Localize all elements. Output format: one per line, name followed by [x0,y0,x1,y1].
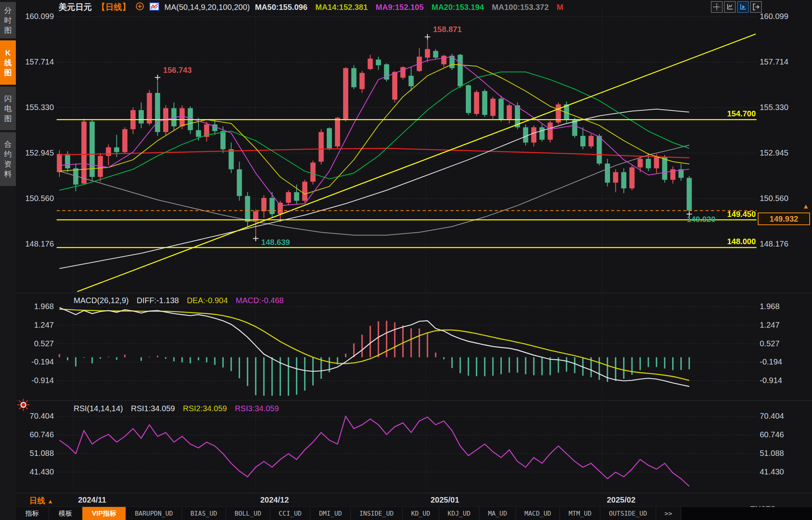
candle-body[interactable] [229,149,234,169]
candle-body[interactable] [81,121,86,184]
candle-body[interactable] [646,159,651,168]
candle-body[interactable] [523,127,528,143]
candle-body[interactable] [139,110,144,123]
candle-body[interactable] [457,55,463,86]
price-chart-canvas[interactable] [0,0,812,520]
toolbar-button-macd_ud[interactable]: MACD_UD [516,507,560,520]
candle-body[interactable] [400,67,406,78]
candle-body[interactable] [196,130,201,137]
toolbar-button-[interactable]: 模板 [49,507,82,520]
candle-body[interactable] [654,157,659,168]
candle-body[interactable] [466,85,471,113]
alert-record-icon[interactable] [17,398,30,413]
toolbar-button->>[interactable]: >> [656,507,681,520]
candle-body[interactable] [408,76,414,86]
candle-body[interactable] [548,123,553,140]
candle-body[interactable] [597,136,602,163]
toolbar-button-kd_ud[interactable]: KD_UD [403,507,439,520]
candle-body[interactable] [155,93,160,132]
macd-diff-line [59,307,689,386]
candle-body[interactable] [114,147,119,152]
candle-body[interactable] [580,136,585,146]
toolbar-button-barupdn_ud[interactable]: BARUPDN_UD [126,507,182,520]
x-axis-date-label: 2024/11 [78,495,106,505]
candle-body[interactable] [539,127,545,140]
candle-body[interactable] [687,178,692,211]
candle-body[interactable] [392,72,397,100]
mini-chart-icon[interactable] [149,2,159,12]
candle-body[interactable] [376,59,381,65]
candle-body[interactable] [221,131,226,149]
auto-scroll-icon[interactable] [737,1,749,13]
candle-body[interactable] [57,154,62,172]
candle-body[interactable] [278,203,283,214]
candle-body[interactable] [65,154,70,168]
toolbar-button-dmi_ud[interactable]: DMI_UD [311,507,351,520]
toolbar-button-kdj_ud[interactable]: KDJ_UD [439,507,480,520]
sidebar-tab-3[interactable]: 闪电图 [0,87,16,130]
candle-body[interactable] [629,167,635,188]
toolbar-button-[interactable]: 指标 [16,507,49,520]
candle-body[interactable] [106,147,111,156]
last-price-badge: 149.932 [758,213,810,225]
add-indicator-icon[interactable] [135,2,144,12]
candle-body[interactable] [286,192,291,203]
dropdown-arrow-icon: ▲ [48,498,53,505]
toolbar-button-boll_ud[interactable]: BOLL_UD [226,507,270,520]
sidebar-tab-2[interactable]: K线图 [0,40,16,85]
y-axis-tick-right: 155.330 [760,103,788,112]
candle-body[interactable] [589,136,594,146]
rsi-header: RSI(14,14,14) RSI1:34.059 RSI2:34.059 RS… [74,404,279,413]
candle-body[interactable] [368,59,373,69]
exit-fullscreen-icon[interactable] [750,1,762,13]
period-tag[interactable]: 【日线】 [97,2,130,13]
candle-body[interactable] [343,68,348,120]
candle-body[interactable] [318,132,324,162]
candle-body[interactable] [425,49,430,58]
toolbar-button-bias_ud[interactable]: BIAS_UD [182,507,226,520]
candle-body[interactable] [662,157,667,180]
candle-body[interactable] [311,163,316,182]
candle-body[interactable] [490,99,496,116]
candle-body[interactable] [147,93,152,123]
candle-body[interactable] [605,163,610,182]
candle-body[interactable] [327,128,332,148]
candle-body[interactable] [179,108,185,126]
candle-body[interactable] [499,99,504,120]
toolbar-button-mtm_ud[interactable]: MTM_UD [560,507,600,520]
candle-body[interactable] [360,73,365,89]
toolbar-button-vip[interactable]: VIP指标 [82,507,126,520]
candle-body[interactable] [302,182,307,201]
candle-body[interactable] [245,196,250,222]
candle-body[interactable] [507,105,512,120]
sidebar-tab-4[interactable]: 合约资料 [0,132,16,186]
toolbar-button-inside_ud[interactable]: INSIDE_UD [351,507,403,520]
candle-body[interactable] [474,92,479,114]
candle-body[interactable] [441,56,446,65]
y-axis-tick-left: 1.968 [17,302,54,311]
candle-body[interactable] [122,129,128,152]
toolbar-button-cci_ud[interactable]: CCI_UD [271,507,311,520]
chart-header: 美元日元 【日线】 MA(50,14,9,20,100,200) MA50:15… [16,0,812,14]
candle-body[interactable] [294,192,299,201]
y-axis-tick-left: 150.560 [17,194,54,203]
ma-value-label: M [557,3,563,12]
axis-scale-icon[interactable] [724,1,736,13]
candle-body[interactable] [482,91,487,115]
candle-body[interactable] [621,172,626,188]
candle-body[interactable] [613,172,618,183]
timeframe-dropdown[interactable]: 日线 ▲ [29,495,53,506]
candle-body[interactable] [433,51,438,58]
toolbar-button-ma_ud[interactable]: MA_UD [480,507,516,520]
candle-body[interactable] [531,127,536,143]
sidebar-tab-1[interactable]: 分时图 [0,2,16,38]
candle-body[interactable] [335,118,340,146]
candle-body[interactable] [351,68,356,87]
candle-body[interactable] [638,159,643,167]
y-axis-tick-right: 60.746 [760,430,784,439]
candle-body[interactable] [269,198,274,214]
pan-crosshair-icon[interactable] [711,1,722,13]
toolbar-button-outside_ud[interactable]: OUTSIDE_UD [600,507,656,520]
candle-body[interactable] [237,169,242,196]
candle-body[interactable] [261,198,267,211]
